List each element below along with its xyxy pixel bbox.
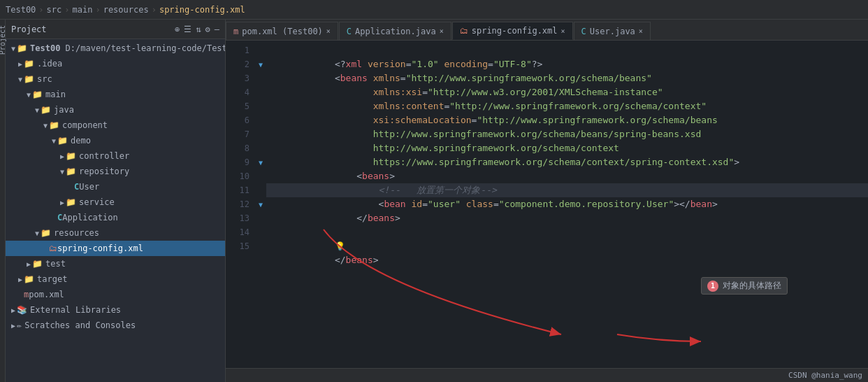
tab-spring-config-close[interactable]: ×	[561, 27, 565, 35]
tree-item-repository[interactable]: ▼ 📁 repository	[6, 164, 225, 179]
tab-application-label: Application.java	[355, 27, 436, 36]
code-line-15: </beans>	[266, 239, 868, 253]
code-container: 1 2 3 4 5 6 7 8 9 10 11 12 13 14 15	[226, 41, 868, 368]
tree-item-pom[interactable]: ▶ m pom.xml	[6, 287, 225, 302]
xml-icon: 🗂	[49, 243, 57, 253]
expand-arrow: ▼	[27, 91, 31, 99]
code-line-14: 💡	[266, 225, 868, 239]
tooltip-annotation: 1 对象的具体路径	[701, 277, 788, 295]
folder-icon: 📁	[24, 74, 34, 84]
tree-item-test00[interactable]: ▼ 📁 Test00 D:/maven/test-learning-code/T…	[6, 41, 225, 56]
project-label: Project	[11, 24, 47, 34]
expand-arrow: ▼	[60, 168, 64, 176]
expand-arrow: ▼	[52, 137, 56, 145]
breadcrumb-resources: resources	[103, 5, 149, 15]
tree-item-external[interactable]: ▶ 📚 External Libraries	[6, 302, 225, 318]
expand-arrow: ▶	[11, 306, 15, 314]
line-numbers: 1 2 3 4 5 6 7 8 9 10 11 12 13 14 15	[226, 41, 255, 368]
xml-tab-icon: 🗂	[460, 26, 468, 36]
tree-item-demo[interactable]: ▼ 📁 demo	[6, 133, 225, 148]
tree-item-scratches[interactable]: ▶ ✏ Scratches and Consoles	[6, 318, 225, 333]
expand-arrow: ▼	[18, 76, 22, 83]
tree-item-main[interactable]: ▼ 📁 main	[6, 87, 225, 102]
tab-pom-close[interactable]: ×	[326, 27, 331, 35]
status-bar: CSDN @hania_wang	[226, 368, 868, 382]
service-label: service	[79, 197, 115, 207]
folder-icon: 📁	[17, 43, 27, 53]
status-credit: CSDN @hania_wang	[788, 371, 862, 380]
tree-item-test[interactable]: ▶ 📁 test	[6, 256, 225, 271]
project-strip-label: Project	[0, 25, 6, 55]
tree-item-user[interactable]: ▶ C User	[6, 179, 225, 194]
gear-icon[interactable]: ⚙	[205, 24, 210, 34]
tree-item-application[interactable]: ▶ C Application	[6, 210, 225, 225]
tree-item-spring-config[interactable]: ▶ 🗂 spring-config.xml	[6, 241, 225, 256]
breadcrumb: Test00 › src › main › resources › spring…	[6, 5, 245, 15]
folder-icon: 📁	[66, 167, 76, 176]
folder-icon: 📁	[57, 136, 68, 146]
pom-icon: m	[24, 290, 29, 299]
title-bar: Test00 › src › main › resources › spring…	[0, 0, 868, 20]
ide-window: Test00 › src › main › resources › spring…	[0, 0, 868, 382]
expand-arrow: ▶	[60, 153, 64, 160]
tab-bar: m pom.xml (Test00) × C Application.java …	[226, 20, 868, 41]
tree-item-idea[interactable]: ▶ 📁 .idea	[6, 56, 225, 71]
breadcrumb-src: src	[47, 5, 62, 15]
gutter: ▼ ▼ ▼	[255, 41, 266, 368]
tab-spring-config[interactable]: 🗂 spring-config.xml ×	[452, 22, 573, 40]
tooltip-number: 1	[707, 281, 718, 292]
java-tab-icon: C	[347, 27, 352, 36]
project-panel-header: Project ⊕ ☰ ⇅ ⚙ —	[6, 20, 225, 39]
breadcrumb-project: Test00	[6, 5, 36, 15]
tab-application-close[interactable]: ×	[440, 27, 444, 35]
sort-icon[interactable]: ⇅	[196, 24, 201, 34]
project-tree: ▼ 📁 Test00 D:/maven/test-learning-code/T…	[6, 39, 225, 382]
tab-pom-label: pom.xml (Test00)	[242, 27, 323, 36]
scratches-icon: ✏	[17, 320, 22, 330]
folder-icon: 📁	[41, 228, 51, 238]
folder-icon: 📁	[49, 120, 59, 130]
expand-arrow: ▶	[18, 60, 22, 68]
tree-item-component[interactable]: ▼ 📁 component	[6, 118, 225, 133]
expand-arrow: ▼	[43, 122, 48, 129]
project-header-icons: ⊕ ☰ ⇅ ⚙ —	[175, 24, 219, 34]
editor-area: m pom.xml (Test00) × C Application.java …	[226, 20, 868, 382]
folder-icon: 📁	[66, 151, 76, 161]
expand-arrow: ▶	[11, 322, 15, 330]
java-folder-icon: 📁	[41, 105, 51, 115]
folder-icon: 📁	[24, 59, 34, 69]
tab-spring-config-label: spring-config.xml	[472, 26, 558, 36]
folder-icon: 📁	[66, 197, 76, 207]
folder-icon: 📁	[24, 274, 34, 284]
expand-arrow: ▼	[35, 106, 39, 114]
tree-item-src[interactable]: ▼ 📁 src	[6, 71, 225, 87]
breadcrumb-file: spring-config.xml	[159, 5, 245, 15]
tree-item-java[interactable]: ▼ 📁 java	[6, 102, 225, 118]
expand-arrow: ▶	[27, 260, 31, 268]
tab-application[interactable]: C Application.java ×	[339, 22, 451, 40]
folder-icon: 📁	[32, 259, 43, 269]
tree-item-resources[interactable]: ▼ 📁 resources	[6, 225, 225, 241]
tree-item-controller[interactable]: ▶ 📁 controller	[6, 148, 225, 164]
class-icon: C	[74, 182, 79, 192]
code-editor[interactable]: <?xml version="1.0" encoding="UTF-8"?> <…	[266, 41, 868, 368]
pom-tab-icon: m	[233, 27, 238, 36]
minimize-icon[interactable]: —	[215, 24, 219, 34]
tab-user-close[interactable]: ×	[639, 27, 643, 35]
breadcrumb-main: main	[73, 5, 93, 15]
folder-icon: 📁	[32, 90, 43, 99]
user-tab-icon: C	[581, 27, 586, 36]
tree-item-target[interactable]: ▶ 📁 target	[6, 271, 225, 287]
tab-user-label: User.java	[590, 27, 635, 36]
tab-user[interactable]: C User.java ×	[574, 22, 651, 40]
library-icon: 📚	[17, 305, 27, 315]
main-layout: Project Project ⊕ ☰ ⇅ ⚙ — ▼ 📁 Test00	[0, 20, 868, 382]
list-icon[interactable]: ☰	[184, 24, 191, 34]
project-panel: Project ⊕ ☰ ⇅ ⚙ — ▼ 📁 Test00 D:/maven/te…	[6, 20, 226, 382]
code-line-1: <?xml version="1.0" encoding="UTF-8"?>	[266, 43, 868, 57]
expand-arrow: ▶	[18, 276, 22, 283]
add-icon[interactable]: ⊕	[175, 24, 180, 34]
tree-item-service[interactable]: ▶ 📁 service	[6, 194, 225, 210]
tab-pom[interactable]: m pom.xml (Test00) ×	[226, 22, 338, 40]
expand-arrow: ▼	[35, 229, 39, 237]
